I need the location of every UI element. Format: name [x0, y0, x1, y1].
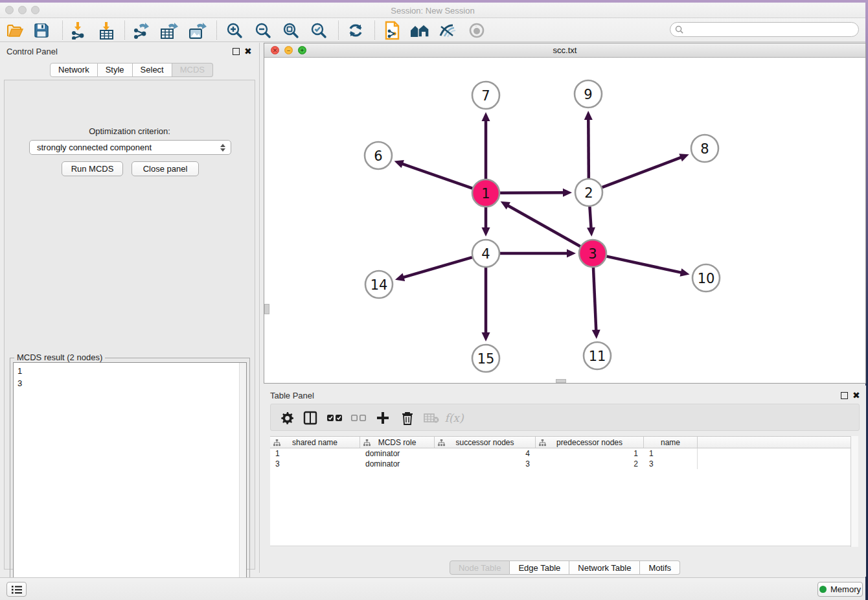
export-table-icon[interactable]: [158, 21, 180, 40]
save-session-icon[interactable]: [30, 21, 52, 40]
close-table-panel-icon[interactable]: ✖: [852, 390, 860, 400]
table-cell[interactable]: 1: [536, 448, 644, 459]
graph-node-label: 6: [374, 148, 382, 164]
graph-node-10[interactable]: 10: [692, 264, 720, 292]
zoom-in-icon[interactable]: [223, 21, 246, 40]
show-all-icon[interactable]: [466, 21, 488, 40]
control-panel: Control Panel ✖ NetworkStyleSelectMCDS O…: [0, 43, 260, 573]
network-window-titlebar[interactable]: ✕ − + scc.txt: [264, 43, 865, 58]
column-header-successor-nodes[interactable]: successor nodes: [435, 437, 536, 448]
graph-node-1[interactable]: 1: [472, 179, 499, 207]
settings-gear-icon[interactable]: [277, 409, 297, 427]
tab-edge-table[interactable]: Edge Table: [510, 560, 569, 575]
optimization-criterion-dropdown[interactable]: strongly connected component: [29, 140, 231, 155]
column-manager-icon[interactable]: [301, 409, 320, 427]
select-all-icon[interactable]: [325, 409, 345, 427]
tab-network[interactable]: Network: [50, 63, 98, 77]
column-header-label: shared name: [292, 438, 337, 447]
tab-mcds[interactable]: MCDS: [172, 63, 213, 77]
control-panel-header: Control Panel ✖: [0, 45, 259, 58]
export-network-icon[interactable]: [130, 21, 152, 40]
search-input[interactable]: [683, 25, 858, 34]
zoom-selected-icon[interactable]: [308, 21, 330, 40]
add-column-icon[interactable]: [373, 409, 393, 427]
graph-node-15[interactable]: 15: [472, 345, 499, 372]
tab-select[interactable]: Select: [133, 63, 172, 77]
graph-edge-2-3[interactable]: [589, 207, 591, 229]
graph-edge-2-8[interactable]: [602, 157, 683, 187]
column-header-label: name: [661, 438, 680, 447]
column-header-label: MCDS role: [378, 438, 417, 447]
table-cell[interactable]: 2: [536, 459, 644, 469]
table-cell[interactable]: 1: [644, 448, 698, 459]
graph-edge-4-14[interactable]: [402, 257, 472, 278]
table-cell[interactable]: 3: [644, 459, 698, 469]
search-field[interactable]: [670, 22, 859, 37]
mcds-result-textarea[interactable]: 1 3: [13, 362, 247, 600]
import-network-icon[interactable]: [67, 21, 89, 40]
app-titlebar: Session: New Session: [0, 3, 865, 18]
hide-selection-icon[interactable]: [437, 21, 459, 40]
tab-style[interactable]: Style: [98, 63, 133, 77]
zoom-fit-icon[interactable]: [280, 21, 302, 40]
run-mcds-button[interactable]: Run MCDS: [62, 161, 123, 176]
column-header-MCDS-role[interactable]: MCDS role: [360, 437, 435, 448]
first-neighbors-icon[interactable]: [409, 21, 431, 40]
close-panel-button[interactable]: Close panel: [131, 161, 199, 176]
refresh-icon[interactable]: [345, 21, 367, 40]
graph-node-9[interactable]: 9: [575, 80, 602, 108]
delete-column-icon[interactable]: [398, 409, 417, 427]
tab-motifs[interactable]: Motifs: [640, 560, 680, 575]
graph-node-8[interactable]: 8: [691, 135, 718, 162]
network-from-selection-icon[interactable]: [381, 21, 403, 40]
graph-node-3[interactable]: 3: [579, 240, 606, 267]
tab-node-table[interactable]: Node Table: [450, 560, 510, 575]
column-header-predecessor-nodes[interactable]: predecessor nodes: [536, 437, 644, 448]
graph-node-6[interactable]: 6: [365, 142, 392, 169]
column-header-name[interactable]: name: [644, 437, 698, 448]
table-row[interactable]: 1dominator411: [270, 448, 858, 459]
panel-resize-grip-bottom[interactable]: [556, 379, 566, 383]
close-panel-icon[interactable]: ✖: [244, 46, 252, 56]
task-history-button[interactable]: [6, 582, 27, 597]
graph-edge-1-6[interactable]: [401, 163, 472, 189]
table-cell[interactable]: dominator: [360, 459, 435, 469]
graph-edge-arrowhead: [680, 268, 690, 277]
table-scrollbar[interactable]: [851, 436, 858, 547]
import-table-icon[interactable]: [96, 21, 118, 40]
export-image-icon[interactable]: [187, 21, 209, 40]
delete-table-icon[interactable]: [422, 409, 441, 427]
graph-node-2[interactable]: 2: [575, 179, 602, 206]
graph-node-4[interactable]: 4: [472, 240, 499, 267]
open-file-icon[interactable]: [4, 21, 26, 40]
graph-edge-1-2[interactable]: [500, 192, 565, 193]
table-cell[interactable]: 3: [435, 459, 536, 469]
table-cell[interactable]: 3: [270, 459, 360, 469]
table-cell[interactable]: 1: [270, 448, 360, 459]
panel-resize-grip-left[interactable]: [264, 304, 269, 314]
memory-status-icon: [819, 586, 827, 593]
float-panel-icon[interactable]: [233, 48, 240, 55]
deselect-all-icon[interactable]: [349, 409, 369, 427]
column-header-shared-name[interactable]: shared name: [270, 437, 360, 448]
graph-node-11[interactable]: 11: [584, 342, 611, 369]
graph-edge-3-11[interactable]: [593, 268, 596, 332]
zoom-out-icon[interactable]: [252, 21, 274, 40]
graph-edge-3-1[interactable]: [507, 205, 580, 246]
graph-edge-arrowhead: [584, 111, 593, 120]
table-cell[interactable]: 4: [435, 448, 536, 459]
graph-edge-2-9[interactable]: [588, 118, 589, 178]
network-graph[interactable]: 7968124314101511: [264, 58, 865, 383]
table-cell[interactable]: dominator: [360, 448, 435, 459]
graph-edge-arrowhead: [563, 189, 572, 197]
column-header-label: predecessor nodes: [556, 438, 622, 447]
tab-network-table[interactable]: Network Table: [569, 560, 640, 575]
table-row[interactable]: 3dominator323: [270, 459, 858, 469]
graph-node-7[interactable]: 7: [472, 82, 499, 109]
graph-edge-3-10[interactable]: [606, 257, 682, 273]
network-canvas[interactable]: 7968124314101511: [264, 58, 865, 383]
mcds-result-scrollbar[interactable]: [239, 363, 246, 600]
graph-node-14[interactable]: 14: [365, 271, 393, 298]
memory-button[interactable]: Memory: [817, 582, 863, 597]
float-table-panel-icon[interactable]: [841, 392, 848, 399]
